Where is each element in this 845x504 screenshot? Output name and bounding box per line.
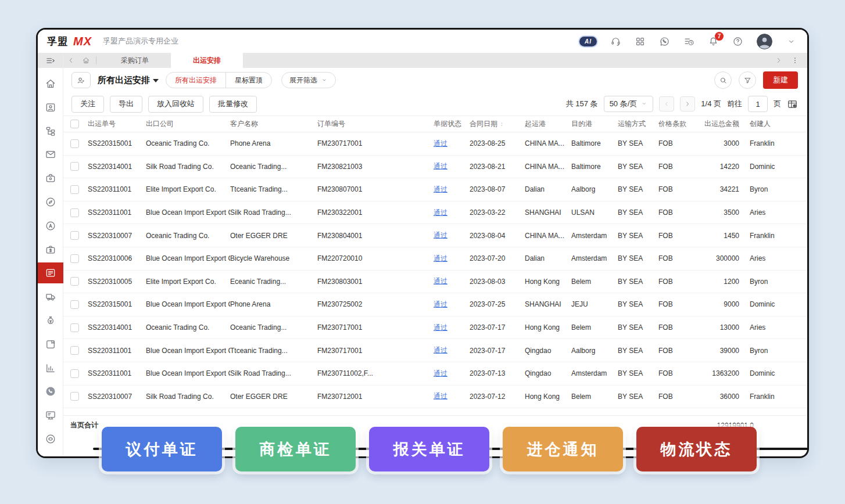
sidebar-item-letter-a[interactable] [38, 215, 63, 236]
cell-status[interactable]: 通过 [434, 300, 470, 309]
sidebar-item-org-tree[interactable] [38, 121, 63, 142]
row-checkbox[interactable] [70, 392, 88, 401]
row-checkbox[interactable] [70, 254, 88, 263]
table-row[interactable]: SS220311001Blue Ocean Import Export Co.S… [63, 362, 807, 386]
flow-button-进仓通知[interactable]: 进仓通知 [503, 427, 623, 471]
sidebar-item-bag[interactable] [38, 168, 63, 189]
cell-status[interactable]: 通过 [434, 391, 470, 401]
sidebar-item-money-bag[interactable] [38, 310, 63, 331]
row-checkbox[interactable] [70, 231, 88, 240]
table-settings-icon[interactable] [787, 99, 798, 110]
table-row[interactable]: SS220311001Blue Ocean Import Export Co.S… [63, 201, 807, 225]
row-checkbox[interactable] [70, 185, 88, 194]
row-checkbox[interactable] [70, 323, 88, 332]
person-filter-button[interactable] [71, 72, 91, 88]
sort-icon[interactable] [499, 120, 504, 128]
column-header-出运单号[interactable]: 出运单号 [88, 119, 146, 129]
table-row[interactable]: SS220314001Silk Road Trading Co.Oceanic … [63, 156, 807, 179]
sidebar-item-truck[interactable] [38, 286, 63, 307]
table-row[interactable]: SS220315001Blue Ocean Import Export Co.P… [63, 293, 807, 316]
sidebar-item-monitor[interactable] [38, 405, 63, 426]
row-checkbox[interactable] [70, 277, 88, 286]
expand-filter-button[interactable]: 展开筛选 [281, 72, 336, 88]
flow-button-物流状态[interactable]: 物流状态 [636, 427, 757, 471]
table-row[interactable]: SS220311001Blue Ocean Import Export Co.T… [63, 339, 807, 362]
cell-status[interactable]: 通过 [434, 185, 470, 195]
column-header-客户名称[interactable]: 客户名称 [230, 119, 317, 129]
row-checkbox[interactable] [70, 346, 88, 355]
flow-button-报关单证[interactable]: 报关单证 [369, 427, 489, 471]
next-page-button[interactable] [680, 96, 695, 111]
back-chevron-icon[interactable] [63, 53, 78, 68]
headset-icon[interactable] [610, 36, 621, 47]
cell-status[interactable]: 通过 [434, 276, 470, 286]
cell-status[interactable]: 通过 [434, 323, 470, 333]
table-row[interactable]: SS220310005Elite Import Export Co.Eceani… [63, 271, 807, 294]
table-row[interactable]: SS220310006Blue Ocean Import Export Co.B… [63, 247, 807, 271]
table-row[interactable]: SS220314001Oceanic Trading Co.Oceanic Tr… [63, 316, 807, 340]
cell-status[interactable]: 通过 [434, 345, 470, 355]
tab-采购订单[interactable]: 采购订单 [99, 53, 171, 68]
flow-button-商检单证[interactable]: 商检单证 [235, 427, 356, 471]
row-checkbox[interactable] [70, 300, 88, 309]
row-checkbox[interactable] [70, 369, 88, 378]
view-selector-dropdown[interactable]: 所有出运安排 [98, 75, 159, 86]
column-header-单据状态[interactable]: 单据状态 [434, 119, 470, 129]
toolbar-button-关注[interactable]: 关注 [71, 96, 104, 113]
column-header-价格条款[interactable]: 价格条款 [658, 119, 696, 129]
column-header-运输方式[interactable]: 运输方式 [618, 119, 658, 129]
column-header-出运总金额[interactable]: 出运总金额 [696, 119, 743, 129]
help-icon[interactable] [732, 36, 743, 47]
segment-所有出运安排[interactable]: 所有出运安排 [166, 73, 225, 88]
apps-grid-icon[interactable] [635, 36, 646, 47]
sidebar-item-briefcase-dollar[interactable] [38, 239, 63, 260]
filter-funnel-button[interactable] [739, 71, 756, 89]
row-checkbox[interactable] [70, 139, 88, 148]
cell-status[interactable]: 通过 [434, 231, 470, 240]
sidebar-item-compass[interactable] [38, 192, 63, 213]
create-button[interactable]: 新建 [763, 71, 798, 89]
goto-page-input[interactable] [748, 96, 768, 112]
sidebar-item-contacts[interactable] [38, 97, 63, 118]
bell-icon[interactable]: 7 [708, 36, 719, 47]
menu-toggle-icon[interactable] [38, 53, 63, 68]
home-tab-icon[interactable] [78, 53, 94, 68]
sidebar-item-shipping-doc[interactable] [38, 262, 63, 283]
chevron-down-icon[interactable] [786, 36, 797, 47]
column-header-创建人[interactable]: 创建人 [743, 119, 799, 129]
toolbar-button-放入回收站[interactable]: 放入回收站 [148, 96, 203, 113]
cell-status[interactable]: 通过 [434, 208, 470, 218]
sidebar-item-settings[interactable] [38, 429, 63, 449]
page-size-select[interactable]: 50 条/页 [604, 96, 654, 112]
flow-button-议付单证[interactable]: 议付单证 [102, 427, 222, 471]
cell-status[interactable]: 通过 [434, 139, 470, 149]
row-checkbox[interactable] [70, 162, 88, 171]
column-header-合同日期[interactable]: 合同日期 [470, 119, 525, 129]
task-list-icon[interactable] [683, 36, 694, 47]
column-header-出口公司[interactable]: 出口公司 [146, 119, 230, 129]
sidebar-item-whatsapp-filled[interactable] [38, 381, 63, 402]
column-header-目的港[interactable]: 目的港 [571, 119, 618, 129]
cell-status[interactable]: 通过 [434, 161, 470, 171]
prev-page-button[interactable] [659, 96, 674, 111]
column-header-订单编号[interactable]: 订单编号 [317, 119, 434, 129]
select-all-checkbox[interactable] [70, 120, 88, 128]
table-row[interactable]: SS220310007Oceanic Trading Co.Oter EGGER… [63, 224, 807, 247]
segment-星标置顶[interactable]: 星标置顶 [225, 73, 271, 88]
table-row[interactable]: SS220315001Oceanic Trading Co.Phone Aren… [63, 132, 807, 156]
sidebar-item-notebook[interactable] [38, 334, 63, 355]
toolbar-button-导出[interactable]: 导出 [110, 96, 142, 113]
sidebar-item-mail[interactable] [38, 144, 63, 165]
column-header-起运港[interactable]: 起运港 [525, 119, 571, 129]
row-checkbox[interactable] [70, 208, 88, 217]
tab-出运安排[interactable]: 出运安排 [171, 53, 243, 68]
table-row[interactable]: SS220311001Elite Import Export Co.Ttcean… [63, 178, 807, 201]
avatar[interactable] [757, 34, 772, 49]
toolbar-button-批量修改[interactable]: 批量修改 [209, 96, 257, 113]
forward-chevron-icon[interactable] [771, 56, 786, 64]
search-button[interactable] [714, 71, 732, 89]
cell-status[interactable]: 通过 [434, 254, 470, 264]
sidebar-item-bar-chart[interactable] [38, 358, 63, 379]
ai-badge[interactable]: AI [579, 37, 597, 46]
sidebar-item-home[interactable] [38, 73, 63, 94]
